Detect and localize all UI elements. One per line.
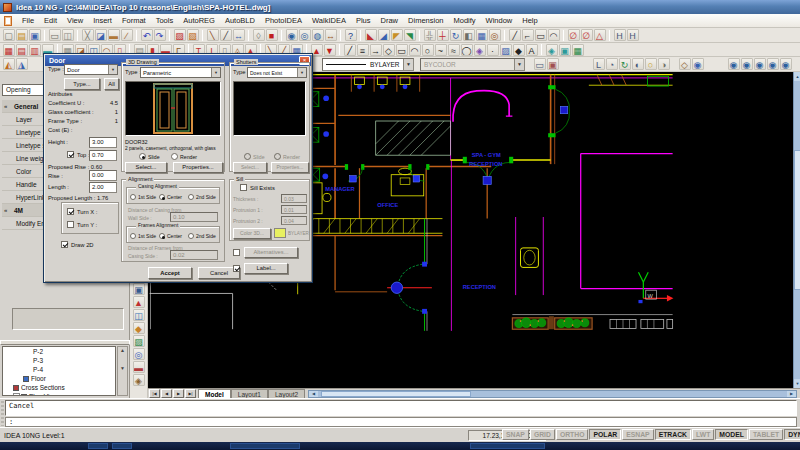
model-space-icon[interactable]: ◭ [3, 58, 15, 70]
menu-dimension[interactable]: Dimension [403, 14, 448, 28]
toggle-dyn[interactable]: DYN [784, 429, 800, 440]
print-preview-icon[interactable]: ◫ [62, 29, 74, 41]
vertical-tool-18-icon[interactable]: ▲ [133, 296, 145, 308]
tree-item-p-3[interactable]: P-3 [3, 356, 115, 365]
tab-nav-1[interactable]: ◀ [161, 389, 172, 398]
vertical-tool-24-icon[interactable]: ◈ [133, 374, 145, 386]
match-properties-icon[interactable]: ∕ [121, 29, 133, 41]
casing-2nd-radio[interactable] [188, 194, 194, 200]
frames-center-radio[interactable] [159, 233, 165, 239]
view-3d-icon[interactable]: ◈ [546, 44, 558, 56]
properties-button[interactable]: Properties... [173, 162, 223, 173]
shade-edges-icon[interactable]: ◤ [391, 29, 403, 41]
chevron-down-icon[interactable]: ▼ [211, 68, 220, 77]
draw-ellipse-icon[interactable]: ◯ [461, 44, 473, 56]
chevron-down-icon[interactable]: ▼ [108, 65, 117, 74]
vertical-tool-20-icon[interactable]: ◆ [133, 322, 145, 334]
draw-circle-icon[interactable]: ○ [422, 44, 434, 56]
tab-layout1[interactable]: Layout1 [231, 389, 268, 399]
menu-tools[interactable]: Tools [151, 14, 179, 28]
menu-autoreg[interactable]: AutoREG [178, 14, 220, 28]
erase-icon[interactable]: ◊ [253, 29, 265, 41]
draw-ray-icon[interactable]: → [370, 44, 382, 56]
linetype-combo[interactable]: BYLAYER ▼ [322, 58, 414, 71]
scrollbar-thumb[interactable] [321, 391, 471, 397]
tree-item-p-2[interactable]: P-2 [3, 347, 115, 356]
zoom-in-icon[interactable]: ◎ [299, 29, 311, 41]
pan-icon[interactable]: ↔ [325, 29, 337, 41]
scroll-right-icon[interactable]: ▶ [787, 391, 796, 397]
render-radio[interactable] [171, 153, 178, 160]
collapse-icon[interactable]: « [4, 100, 7, 113]
no-print-icon[interactable]: ∅ [581, 29, 593, 41]
rectangle-icon[interactable]: ▭ [535, 29, 547, 41]
shade-mode-icon[interactable]: ◑ [658, 58, 670, 70]
copy-icon[interactable]: ◪ [95, 29, 107, 41]
draw-point-icon[interactable]: · [487, 44, 499, 56]
frames-2nd-radio[interactable] [188, 233, 194, 239]
beam-profile-icon[interactable]: Η [627, 29, 639, 41]
sill-exists-checkbox[interactable] [240, 184, 247, 191]
label-button[interactable]: Label... [244, 263, 288, 274]
collapse-icon[interactable]: « [4, 204, 7, 217]
mirror-icon[interactable]: ◧ [463, 29, 475, 41]
paper-space-icon[interactable]: ◮ [16, 58, 28, 70]
array-icon[interactable]: ▦ [476, 29, 488, 41]
door-type-combo[interactable]: Door▼ [64, 64, 118, 75]
menu-walkidea[interactable]: WalkIDEA [307, 14, 351, 28]
polyline-icon[interactable]: ⌐ [522, 29, 534, 41]
zoom-out-icon[interactable]: ◍ [312, 29, 324, 41]
tab-layout2[interactable]: Layout2 [268, 389, 305, 399]
pan-realtime-icon[interactable]: ◇ [679, 58, 691, 70]
toggle-tablet[interactable]: TABLET [749, 429, 783, 440]
new-icon[interactable]: ▢ [3, 29, 15, 41]
toggle-polar[interactable]: POLAR [589, 429, 621, 440]
mark-icon[interactable]: ■ [266, 29, 278, 41]
line-icon[interactable]: ╱ [509, 29, 521, 41]
alternatives-checkbox[interactable] [233, 249, 240, 256]
draw-arc-icon[interactable]: ◠ [409, 44, 421, 56]
toggle-ortho[interactable]: ORTHO [556, 429, 589, 440]
draw-mtext-icon[interactable]: A [526, 44, 538, 56]
redo-icon[interactable]: ↷ [154, 29, 166, 41]
vertical-tool-21-icon[interactable]: ▨ [133, 335, 145, 347]
triangle-tool-icon[interactable]: △ [594, 29, 606, 41]
move-icon[interactable]: ┼ [437, 29, 449, 41]
image-attach-icon[interactable]: ▦ [572, 44, 584, 56]
vertical-tool-19-icon[interactable]: ◫ [133, 309, 145, 321]
scroll-down-icon[interactable]: ▼ [794, 379, 800, 388]
taskbar-button[interactable] [88, 443, 108, 449]
wall-edit-icon[interactable]: ▥ [29, 44, 41, 56]
plot-style-icon[interactable]: ▭ [534, 58, 546, 70]
wall-outer-icon[interactable]: ▦ [3, 44, 15, 56]
paste-icon[interactable]: ▬ [108, 29, 120, 41]
tree-expand-icon[interactable]: + [13, 393, 20, 396]
print-icon[interactable]: ▭ [49, 29, 61, 41]
chevron-down-icon[interactable]: ▼ [297, 68, 306, 77]
tree-item-cross-sections[interactable]: Cross Sections [3, 383, 115, 392]
command-input[interactable]: : [5, 417, 797, 427]
zoom-extents-icon[interactable]: ◉ [780, 58, 792, 70]
draw-mline-icon[interactable]: ≡ [357, 44, 369, 56]
rise-field[interactable]: 0.00 [89, 170, 117, 181]
menu-file[interactable]: File [17, 14, 39, 28]
menu-modify[interactable]: Modify [448, 14, 480, 28]
chevron-down-icon[interactable]: ▼ [403, 59, 413, 70]
toggle-lwt[interactable]: LWT [692, 429, 714, 440]
materials-icon[interactable]: ▣ [559, 44, 571, 56]
palette-splitter[interactable] [0, 340, 130, 345]
menu-autobld[interactable]: AutoBLD [220, 14, 260, 28]
zoom-window-icon[interactable]: ◉ [286, 29, 298, 41]
zoom-scale-icon[interactable]: ◉ [754, 58, 766, 70]
level-down-icon[interactable]: ▼ [324, 44, 336, 56]
draw-spline-icon[interactable]: ≈ [448, 44, 460, 56]
3d-type-combo[interactable]: Parametric▼ [140, 67, 221, 78]
scroll-left-icon[interactable]: ◀ [309, 391, 318, 397]
zoom-dynamic-icon[interactable]: ◉ [741, 58, 753, 70]
tree-item-floor[interactable]: Floor [3, 374, 115, 383]
drawing-horizontal-scrollbar[interactable]: ◀ ▶ [308, 390, 797, 398]
orbit-icon[interactable]: ↻ [619, 58, 631, 70]
draw-hatch-icon[interactable]: ▨ [500, 44, 512, 56]
frames-1st-radio[interactable] [130, 233, 136, 239]
turn-y-checkbox[interactable] [67, 221, 74, 228]
